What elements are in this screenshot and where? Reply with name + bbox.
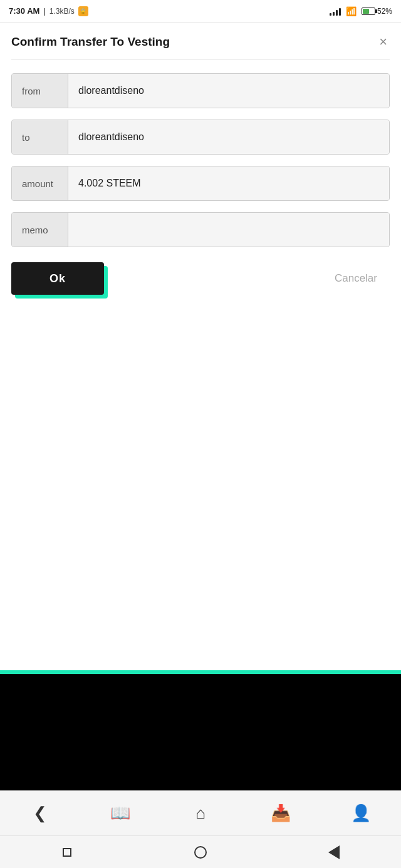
amount-field-row: amount 4.002 STEEM	[11, 166, 390, 201]
back-icon: ❮	[33, 804, 47, 823]
dialog-header: Confirm Transfer To Vesting ×	[11, 35, 390, 49]
person-icon: 👤	[351, 804, 371, 823]
home-nav-button[interactable]: ⌂	[182, 795, 219, 832]
from-value: dloreantdiseno	[68, 74, 389, 108]
triangle-icon	[328, 845, 340, 859]
download-nav-button[interactable]: 📥	[262, 795, 299, 832]
circle-icon	[194, 846, 207, 859]
ok-button-wrapper: Ok	[11, 262, 104, 295]
dialog-divider	[11, 59, 390, 59]
bookmarks-nav-button[interactable]: 📖	[102, 795, 139, 832]
amount-label: amount	[12, 166, 68, 200]
close-button[interactable]: ×	[377, 35, 390, 49]
signal-icon	[330, 7, 341, 16]
confirm-transfer-dialog: Confirm Transfer To Vesting × from dlore…	[0, 23, 401, 670]
from-field-row: from dloreantdiseno	[11, 73, 390, 108]
memo-label: memo	[12, 213, 68, 247]
recents-button[interactable]	[51, 840, 83, 865]
android-back-button[interactable]	[318, 840, 350, 865]
profile-nav-button[interactable]: 👤	[342, 795, 380, 832]
wifi-icon: 📶	[346, 6, 357, 16]
android-system-bar	[0, 835, 401, 868]
cancel-button[interactable]: Cancelar	[322, 266, 390, 291]
to-field-row: to dloreantdiseno	[11, 120, 390, 155]
square-icon	[63, 848, 71, 857]
network-speed: 1.3kB/s	[49, 7, 75, 16]
status-time: 7:30 AM	[9, 6, 39, 16]
battery-icon	[362, 8, 375, 15]
status-separator: |	[43, 6, 45, 16]
black-area	[0, 674, 401, 790]
home-button[interactable]	[185, 840, 216, 865]
home-icon: ⌂	[195, 804, 206, 823]
amount-value: 4.002 STEEM	[68, 166, 389, 200]
ok-button[interactable]: Ok	[11, 262, 104, 295]
to-label: to	[12, 120, 68, 154]
button-row: Ok Cancelar	[11, 262, 390, 295]
battery-indicator: 52%	[362, 7, 392, 16]
status-left: 7:30 AM | 1.3kB/s 🔒	[9, 6, 88, 16]
battery-percentage: 52%	[377, 7, 392, 16]
navigation-bar: ❮ 📖 ⌂ 📥 👤	[0, 790, 401, 835]
dialog-title: Confirm Transfer To Vesting	[11, 35, 170, 49]
status-right: 📶 52%	[330, 6, 392, 16]
back-nav-button[interactable]: ❮	[21, 795, 59, 832]
status-bar: 7:30 AM | 1.3kB/s 🔒 📶 52%	[0, 0, 401, 23]
memo-value	[68, 213, 389, 247]
to-value: dloreantdiseno	[68, 120, 389, 154]
book-icon: 📖	[110, 804, 130, 823]
from-label: from	[12, 74, 68, 108]
memo-field-row: memo	[11, 212, 390, 247]
lock-icon: 🔒	[78, 6, 88, 16]
download-icon: 📥	[271, 804, 291, 823]
